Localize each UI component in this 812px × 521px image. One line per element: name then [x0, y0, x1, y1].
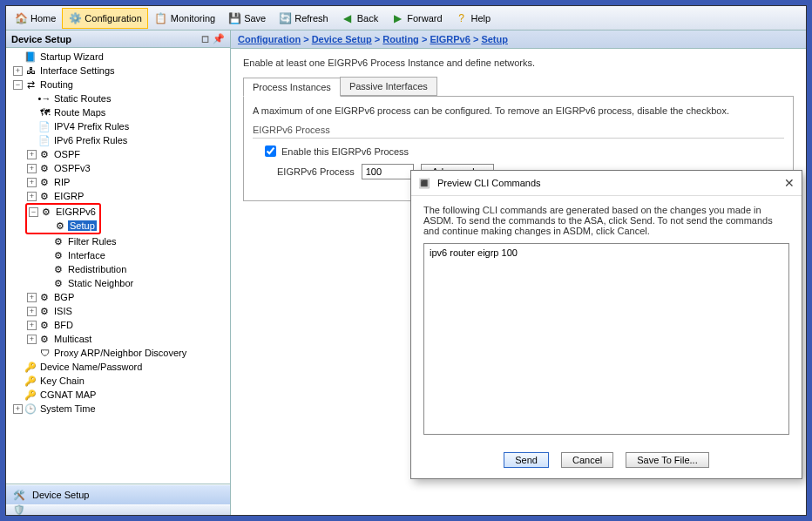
expand-icon[interactable]: + [13, 404, 23, 414]
tree-ipv6-prefix[interactable]: 📄IPv6 Prefix Rules [10, 133, 228, 147]
prefix-icon: 📄 [38, 134, 51, 146]
nav-icon: 🛡️ [13, 504, 25, 516]
tree-cgnat[interactable]: 🔑CGNAT MAP [10, 388, 228, 402]
home-button[interactable]: 🏠Home [8, 8, 62, 29]
back-label: Back [357, 13, 378, 24]
tab-passive-interfaces[interactable]: Passive Interfaces [340, 77, 437, 96]
expand-icon[interactable]: + [27, 150, 37, 159]
protocol-icon: ⚙ [38, 148, 51, 160]
expand-icon[interactable]: + [27, 321, 37, 330]
tree-ospf[interactable]: +⚙OSPF [10, 147, 228, 161]
save-to-file-button[interactable]: Save To File... [626, 452, 709, 468]
tree-routing[interactable]: −⇄Routing [10, 78, 228, 91]
tree-eigrpv6[interactable]: −⚙EIGRPv6 [29, 205, 98, 219]
dialog-message: The following CLI commands are generated… [423, 205, 789, 236]
tree-eigrpv6-interface[interactable]: ⚙Interface [10, 248, 228, 262]
navigation-tree[interactable]: 📘Startup Wizard +🖧Interface Settings −⇄R… [6, 48, 230, 484]
back-icon: ◀ [341, 11, 355, 25]
tree-multicast[interactable]: +⚙Multicast [10, 332, 228, 346]
panel-pin2-icon[interactable]: 📌 [213, 33, 225, 44]
crumb-device-setup[interactable]: Device Setup [312, 34, 372, 44]
protocol-icon: ⚙ [38, 305, 51, 317]
nav-device-setup[interactable]: 🛠️Device Setup [6, 484, 230, 504]
tab-process-instances[interactable]: Process Instances [243, 78, 341, 97]
right-panel: Configuration > Device Setup > Routing >… [231, 30, 806, 515]
expand-icon[interactable]: + [27, 178, 37, 187]
left-panel: Device Setup ◻ 📌 📘Startup Wizard +🖧Inter… [6, 30, 231, 515]
tree-static-neighbor[interactable]: ⚙Static Neighbor [10, 276, 228, 290]
collapse-icon[interactable]: − [29, 207, 38, 217]
tree-route-maps[interactable]: 🗺Route Maps [10, 105, 228, 119]
expand-icon[interactable]: + [13, 66, 23, 76]
back-button[interactable]: ◀Back [335, 8, 384, 29]
tree-rip[interactable]: +⚙RIP [10, 175, 228, 189]
tree-bgp[interactable]: +⚙BGP [10, 290, 228, 304]
save-button[interactable]: 💾Save [221, 8, 272, 29]
enable-eigrpv6-checkbox[interactable] [265, 145, 276, 157]
device-icon: 🛠️ [13, 489, 25, 501]
tree-startup[interactable]: 📘Startup Wizard [10, 50, 228, 64]
tree-static-routes[interactable]: •→Static Routes [10, 91, 228, 105]
tree-ipv4-prefix[interactable]: 📄IPV4 Prefix Rules [10, 119, 228, 133]
tree-redistribution[interactable]: ⚙Redistribution [10, 262, 228, 276]
tree-proxy-arp[interactable]: 🛡Proxy ARP/Neighbor Discovery [10, 346, 228, 360]
monitoring-button[interactable]: 📋Monitoring [148, 8, 221, 29]
wizard-icon: 📘 [24, 51, 37, 63]
tree-ospfv3[interactable]: +⚙OSPFv3 [10, 161, 228, 175]
expand-icon[interactable]: + [27, 293, 37, 302]
redistribution-icon: ⚙ [52, 263, 64, 275]
dialog-icon: 🔳 [418, 177, 430, 189]
cli-commands-box[interactable]: ipv6 router eigrp 100 [423, 243, 789, 435]
process-input[interactable] [362, 164, 414, 179]
home-label: Home [30, 13, 56, 24]
tree-system-time[interactable]: +🕒System Time [10, 402, 228, 416]
max-note: A maximum of one EIGRPv6 process can be … [253, 105, 784, 116]
help-button[interactable]: ?Help [449, 8, 497, 29]
tree-bfd[interactable]: +⚙BFD [10, 318, 228, 332]
crumb-routing[interactable]: Routing [382, 34, 419, 44]
collapse-icon[interactable]: − [13, 80, 23, 90]
tree-interface-settings[interactable]: +🖧Interface Settings [10, 64, 228, 78]
cgnat-icon: 🔑 [24, 389, 37, 401]
proxy-icon: 🛡 [38, 347, 51, 359]
crumb-eigrpv6[interactable]: EIGRPv6 [430, 34, 470, 44]
help-icon: ? [455, 11, 469, 25]
enable-eigrpv6-label: Enable this EIGRPv6 Process [281, 146, 409, 157]
protocol-icon: ⚙ [38, 333, 51, 345]
prefix-icon: 📄 [38, 120, 51, 132]
group-label: EIGRPv6 Process [253, 125, 784, 135]
tree-eigrp[interactable]: +⚙EIGRP [10, 189, 228, 203]
configuration-button[interactable]: ⚙️Configuration [62, 8, 147, 29]
tree-device-name[interactable]: 🔑Device Name/Password [10, 360, 228, 374]
refresh-label: Refresh [294, 13, 328, 24]
tree-eigrpv6-setup[interactable]: ⚙Setup [29, 219, 98, 233]
home-icon: 🏠 [14, 11, 28, 25]
crumb-configuration[interactable]: Configuration [238, 34, 301, 44]
key-icon: 🔑 [24, 375, 37, 387]
refresh-button[interactable]: 🔄Refresh [272, 8, 335, 29]
routing-icon: ⇄ [24, 78, 37, 91]
forward-icon: ▶ [390, 11, 404, 25]
cancel-button[interactable]: Cancel [561, 452, 613, 468]
protocol-icon: ⚙ [40, 206, 52, 218]
send-button[interactable]: Send [504, 452, 549, 468]
dialog-close-button[interactable]: ✕ [784, 176, 795, 190]
expand-icon[interactable]: + [27, 192, 37, 201]
expand-icon[interactable]: + [27, 164, 37, 173]
expand-icon[interactable]: + [27, 307, 37, 316]
tree-isis[interactable]: +⚙ISIS [10, 304, 228, 318]
monitor-icon: 📋 [154, 11, 168, 25]
tree-filter-rules[interactable]: ⚙Filter Rules [10, 234, 228, 248]
tree-key-chain[interactable]: 🔑Key Chain [10, 374, 228, 388]
setup-icon: ⚙ [54, 220, 66, 232]
nav-item[interactable]: 🛡️ [6, 504, 230, 515]
expand-icon[interactable]: + [27, 335, 37, 344]
panel-pin-icon[interactable]: ◻ [201, 33, 209, 44]
forward-button[interactable]: ▶Forward [384, 8, 448, 29]
breadcrumb: Configuration > Device Setup > Routing >… [231, 30, 806, 49]
filter-icon: ⚙ [52, 235, 64, 247]
dialog-title: Preview CLI Commands [437, 178, 541, 188]
refresh-icon: 🔄 [278, 11, 292, 25]
save-label: Save [244, 13, 266, 24]
crumb-setup[interactable]: Setup [481, 34, 508, 44]
